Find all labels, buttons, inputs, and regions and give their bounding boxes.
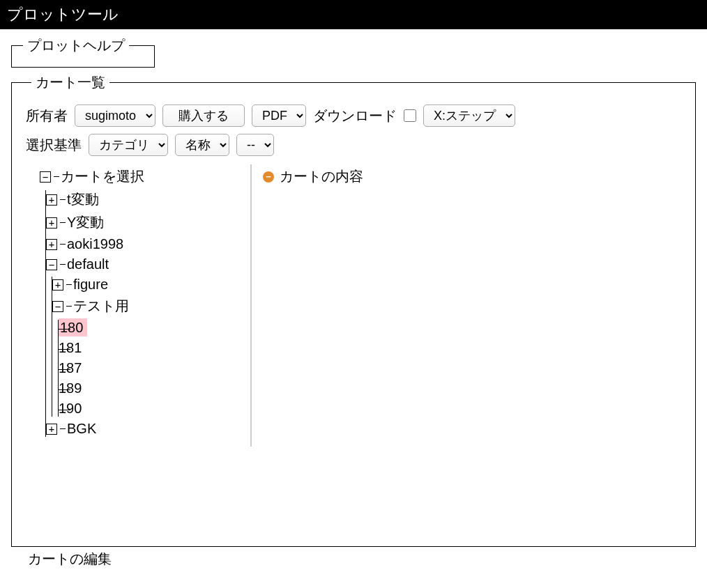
owner-select[interactable]: sugimoto xyxy=(75,105,155,127)
filter-select[interactable]: -- xyxy=(236,134,274,156)
tree-node-label[interactable]: Y変動 xyxy=(67,215,104,230)
tree-node: +aoki1998 xyxy=(46,236,245,252)
expand-icon[interactable]: + xyxy=(46,424,57,435)
tree-root-label[interactable]: カートを選択 xyxy=(61,169,144,184)
expand-icon[interactable]: + xyxy=(46,217,57,229)
format-select[interactable]: PDF xyxy=(252,105,306,127)
plot-help-fieldset: プロットヘルプ xyxy=(11,36,155,68)
tree-node-label[interactable]: t変動 xyxy=(67,192,99,207)
collapse-icon[interactable]: − xyxy=(52,301,63,312)
tree-node: −テスト用 180 181 187 xyxy=(52,297,245,417)
tree-node-label[interactable]: BGK xyxy=(67,421,96,436)
cart-tree: −カートを選択 +t変動 +Y変動 +aoki1998 −default xyxy=(40,167,245,437)
tree-node: +t変動 xyxy=(46,190,245,209)
cart-list-fieldset: カート一覧 所有者 sugimoto 購入する PDF ダウンロード X:ステッ… xyxy=(11,73,696,547)
tree-node-label[interactable]: figure xyxy=(73,277,108,292)
cart-content-heading: − カートの内容 xyxy=(263,167,676,186)
criteria-label: 選択基準 xyxy=(26,136,82,155)
tree-leaf: 181 xyxy=(59,340,245,356)
tree-leaf-label[interactable]: 180 xyxy=(59,318,87,336)
cart-list-legend: カート一覧 xyxy=(31,73,109,92)
tree-pane: −カートを選択 +t変動 +Y変動 +aoki1998 −default xyxy=(20,164,250,447)
tree-node: −default +figure −テスト用 180 xyxy=(46,256,245,417)
criteria-select[interactable]: カテゴリ xyxy=(89,134,168,156)
tree-leaf: 180 xyxy=(59,320,245,336)
main-split: −カートを選択 +t変動 +Y変動 +aoki1998 −default xyxy=(20,164,687,447)
buy-button[interactable]: 購入する xyxy=(162,105,245,127)
content-pane: − カートの内容 xyxy=(250,164,687,447)
download-checkbox[interactable] xyxy=(404,109,416,122)
tree-leaf-label[interactable]: 187 xyxy=(59,360,82,376)
tree-leaf: 189 xyxy=(59,380,245,396)
tree-leaf: 190 xyxy=(59,401,245,417)
app-title: プロットツール xyxy=(7,6,119,23)
tree-node: +BGK xyxy=(46,421,245,437)
expand-icon[interactable]: + xyxy=(52,279,63,291)
collapse-icon[interactable]: − xyxy=(46,259,57,270)
controls-row-1: 所有者 sugimoto 購入する PDF ダウンロード X:ステップ xyxy=(26,105,681,127)
tree-node-label[interactable]: default xyxy=(67,256,109,272)
cart-content-label: カートの内容 xyxy=(280,167,363,186)
plot-help-legend: プロットヘルプ xyxy=(23,36,129,55)
tree-node: +figure xyxy=(52,277,245,293)
tree-leaf-label[interactable]: 190 xyxy=(59,401,82,416)
tree-leaf-label[interactable]: 181 xyxy=(59,340,82,355)
collapse-icon[interactable]: − xyxy=(40,171,51,183)
expand-icon[interactable]: + xyxy=(46,239,57,250)
cart-edit-legend: カートの編集 xyxy=(24,550,116,568)
owner-label: 所有者 xyxy=(26,107,68,125)
tree-node-label[interactable]: aoki1998 xyxy=(67,236,123,252)
tree-node-label[interactable]: テスト用 xyxy=(73,298,129,314)
tree-leaf-label[interactable]: 189 xyxy=(59,380,82,396)
tree-leaf: 187 xyxy=(59,360,245,376)
tree-node: +Y変動 xyxy=(46,213,245,232)
name-select[interactable]: 名称 xyxy=(175,134,229,156)
xaxis-select[interactable]: X:ステップ xyxy=(423,105,515,127)
controls-row-2: 選択基準 カテゴリ 名称 -- xyxy=(26,134,681,156)
remove-icon[interactable]: − xyxy=(263,171,274,183)
title-bar: プロットツール xyxy=(0,0,707,29)
download-label: ダウンロード xyxy=(313,107,397,125)
expand-icon[interactable]: + xyxy=(46,194,57,206)
